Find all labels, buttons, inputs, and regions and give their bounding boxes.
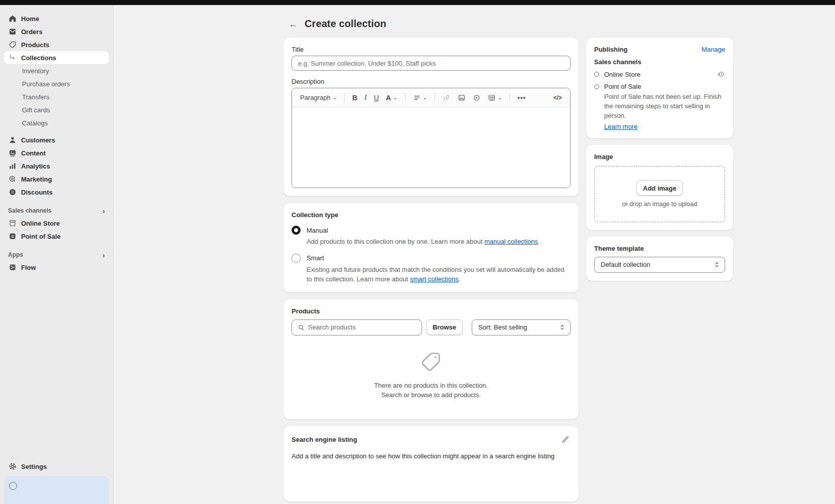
sidebar-item-label: Marketing: [21, 176, 52, 183]
bold-button[interactable]: B: [349, 92, 360, 104]
svg-text:S: S: [12, 235, 14, 239]
sort-value: Sort: Best selling: [478, 323, 527, 331]
description-label: Description: [292, 78, 571, 85]
smart-radio-row[interactable]: Smart: [292, 254, 571, 263]
manage-link[interactable]: Manage: [702, 46, 725, 53]
align-icon: [413, 94, 421, 102]
sidebar-item-settings[interactable]: Settings: [4, 460, 109, 473]
collection-type-heading: Collection type: [292, 211, 571, 219]
product-search: [292, 319, 422, 335]
sidebar-item-content[interactable]: Content: [4, 146, 109, 159]
sidebar-item-label: Catalogs: [22, 119, 48, 127]
target-cursor-icon: [8, 175, 17, 184]
pos-setup-note: Point of Sale has not been set up. Finis…: [604, 92, 725, 121]
alignment-dropdown[interactable]: ⌄: [410, 92, 430, 104]
browse-button[interactable]: Browse: [426, 319, 463, 335]
table-icon: [488, 94, 496, 102]
channel-radio[interactable]: [594, 84, 599, 89]
manual-description: Add products to this collection one by o…: [307, 237, 571, 247]
sidebar-item-label: Content: [21, 149, 46, 157]
home-icon: [8, 14, 17, 23]
insert-image-button[interactable]: [455, 92, 469, 104]
manual-radio-row[interactable]: Manual: [292, 226, 571, 235]
schedule-clock-icon[interactable]: [717, 70, 725, 78]
main-area: ← Create collection Title Description: [113, 5, 835, 504]
sidebar-item-inventory[interactable]: Inventory: [4, 64, 109, 77]
seo-description: Add a title and description to see how t…: [292, 452, 571, 460]
sidebar-item-home[interactable]: Home: [4, 12, 109, 25]
sidebar-item-label: Home: [21, 15, 39, 23]
seo-card: Search engine listing Add a title and de…: [284, 426, 579, 501]
description-textarea[interactable]: [292, 107, 570, 188]
title-input[interactable]: [292, 56, 571, 71]
paragraph-style-dropdown[interactable]: Paragraph ⌄: [297, 92, 340, 103]
sidebar-item-orders[interactable]: Orders: [4, 25, 109, 38]
seo-heading: Search engine listing: [292, 436, 357, 443]
sidebar-item-discounts[interactable]: Discounts: [4, 186, 109, 199]
insert-table-dropdown[interactable]: ⌄: [485, 92, 505, 104]
sidebar-item-gift-cards[interactable]: Gift cards: [4, 103, 109, 116]
manual-desc-text: Add products to this collection one by o…: [307, 238, 484, 245]
manual-collections-link[interactable]: manual collections: [484, 238, 538, 245]
toolbar-divider: [435, 93, 435, 102]
sales-channels-header[interactable]: Sales channels ›: [4, 205, 109, 217]
page-title: Create collection: [305, 18, 386, 30]
sidebar-item-online-store[interactable]: Online Store: [4, 217, 109, 230]
apps-header[interactable]: Apps ›: [4, 249, 109, 261]
sidebar-item-collections[interactable]: Collections: [4, 51, 109, 64]
products-empty-state: There are no products in this collection…: [292, 335, 571, 411]
theme-template-select[interactable]: Default collection: [594, 257, 725, 273]
search-products-input[interactable]: [308, 323, 416, 331]
flow-icon: [8, 263, 17, 272]
smart-collections-link[interactable]: smart collections: [410, 275, 459, 283]
page-header: ← Create collection: [284, 18, 733, 30]
code-view-button[interactable]: </>: [550, 92, 565, 103]
manual-radio[interactable]: [292, 226, 301, 235]
italic-button[interactable]: I: [361, 92, 370, 104]
edit-seo-button[interactable]: [560, 434, 571, 445]
sidebar-item-label: Point of Sale: [21, 233, 61, 240]
chevron-down-icon: ⌄: [333, 95, 337, 100]
chevron-right-icon: ›: [102, 251, 105, 259]
add-image-button[interactable]: Add image: [636, 180, 682, 196]
products-card: Products Browse Sort: Best selling: [284, 299, 579, 419]
pencil-icon: [561, 435, 570, 444]
link-button[interactable]: [440, 92, 454, 104]
sidebar-item-marketing[interactable]: Marketing: [4, 173, 109, 186]
drop-hint: or drop an image to upload: [622, 201, 697, 208]
sidebar-item-analytics[interactable]: Analytics: [4, 159, 109, 173]
insert-video-button[interactable]: [470, 92, 484, 104]
image-icon: [458, 94, 466, 102]
image-dropzone[interactable]: Add image or drop an image to upload: [594, 166, 725, 222]
editor-toolbar: Paragraph ⌄ B I U A ⌄: [292, 88, 570, 107]
orders-icon: [8, 27, 17, 36]
sidebar-item-transfers[interactable]: Transfers: [4, 90, 109, 103]
sidebar-item-flow[interactable]: Flow: [4, 261, 109, 274]
sidebar-bottom-callout[interactable]: [4, 476, 109, 504]
smart-radio[interactable]: [292, 254, 301, 263]
period: .: [459, 275, 461, 283]
sidebar-item-point-of-sale[interactable]: S Point of Sale: [4, 230, 109, 243]
learn-more-link[interactable]: Learn more: [604, 123, 637, 130]
elbow-arrow-icon: [8, 53, 17, 62]
description-editor: Paragraph ⌄ B I U A ⌄: [292, 88, 571, 188]
text-color-dropdown[interactable]: A ⌄: [383, 92, 400, 104]
more-options-button[interactable]: •••: [514, 92, 529, 103]
link-icon: [443, 94, 451, 102]
smart-label: Smart: [307, 254, 324, 262]
sidebar-item-catalogs[interactable]: Catalogs: [4, 116, 109, 129]
paragraph-label: Paragraph: [300, 94, 331, 101]
sidebar-item-products[interactable]: Products: [4, 38, 109, 51]
back-button[interactable]: ←: [287, 19, 300, 30]
sidebar-item-customers[interactable]: Customers: [4, 133, 109, 146]
discount-badge-icon: [8, 188, 17, 197]
sidebar: Home Orders Products Collections: [0, 5, 113, 504]
products-subnav: Inventory Purchase orders Transfers Gift…: [4, 64, 109, 129]
sidebar-item-label: Analytics: [21, 162, 50, 170]
channel-radio[interactable]: [594, 72, 599, 77]
sort-prefix: Sort:: [478, 323, 492, 331]
sidebar-item-purchase-orders[interactable]: Purchase orders: [4, 77, 109, 90]
underline-button[interactable]: U: [371, 92, 382, 104]
toolbar-divider: [405, 93, 405, 102]
sort-select[interactable]: Sort: Best selling: [472, 319, 571, 335]
